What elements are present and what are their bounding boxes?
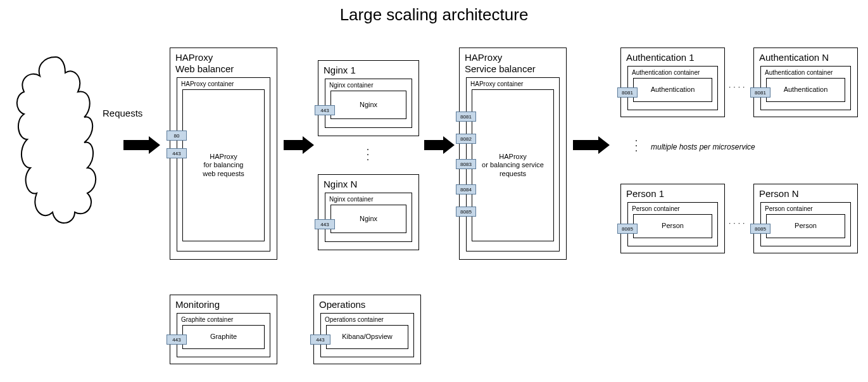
host-title-line: HAProxy: [175, 52, 213, 63]
port-badge: 443: [167, 148, 187, 158]
arrow-icon: [424, 136, 455, 154]
cloud-icon: [11, 51, 100, 241]
host-title: HAProxy Web balancer: [175, 52, 272, 75]
nginx-1-host: Nginx 1 Nginx container Nginx 443: [318, 60, 419, 136]
text: for balancing: [204, 161, 244, 169]
inner-service: HAProxy for balancing web requests: [182, 89, 265, 241]
container-box: HAProxy container HAProxy or balancing s…: [466, 77, 560, 251]
nginx-n-host: Nginx N Nginx container Nginx 443: [318, 174, 419, 250]
port-badge: 443: [310, 334, 330, 345]
host-title: Nginx 1: [324, 65, 413, 76]
container-label: Graphite container: [181, 316, 266, 323]
port-badge: 8085: [456, 207, 476, 217]
inner-service: HAProxy or balancing service requests: [472, 89, 554, 241]
monitoring-host: Monitoring Graphite container Graphite 4…: [170, 295, 277, 364]
inner-label: Authentication: [784, 86, 828, 94]
container-label: HAProxy container: [181, 80, 266, 87]
inner-label: HAProxy or balancing service requests: [482, 153, 544, 178]
container-label: Person container: [765, 205, 846, 212]
auth-n-host: Authentication N Authentication containe…: [753, 48, 858, 117]
note-text: multiple hosts per microservice: [651, 143, 755, 151]
inner-service: Person: [766, 214, 845, 238]
ellipsis-icon: ····: [729, 82, 747, 91]
container-box: Authentication container Authentication: [627, 66, 718, 110]
container-label: Authentication container: [765, 69, 846, 76]
port-badge: 8081: [750, 87, 771, 98]
container-label: Operations container: [325, 316, 410, 323]
arrow-icon: [284, 136, 314, 154]
haproxy-web-host: HAProxy Web balancer HAProxy container H…: [170, 48, 277, 260]
inner-label: Nginx: [360, 215, 377, 223]
port-badge: 8083: [456, 159, 476, 169]
container-box: Nginx container Nginx: [325, 79, 412, 128]
ellipsis-icon: ····: [729, 219, 747, 227]
port-badge: 8085: [617, 224, 638, 234]
inner-label: Graphite: [210, 333, 237, 341]
inner-service: Nginx: [330, 91, 406, 119]
inner-service: Kibana/Opsview: [326, 325, 408, 349]
text: HAProxy: [499, 153, 526, 160]
port-badge: 443: [315, 219, 335, 229]
inner-service: Graphite: [182, 325, 265, 349]
inner-label: Person: [795, 222, 817, 230]
operations-host: Operations Operations container Kibana/O…: [313, 295, 421, 364]
container-box: Operations container Kibana/Opsview: [320, 313, 414, 357]
text: HAProxy: [210, 153, 237, 160]
container-box: Nginx container Nginx: [325, 193, 412, 242]
container-label: Nginx container: [329, 82, 408, 89]
container-box: Person container Person: [627, 202, 718, 246]
port-badge: 8084: [456, 184, 476, 194]
arrow-icon: [573, 136, 610, 154]
container-label: Person container: [632, 205, 714, 212]
host-title: HAProxy Service balancer: [465, 52, 561, 75]
host-title-line: HAProxy: [465, 52, 502, 63]
host-title: Authentication 1: [626, 52, 719, 63]
inner-label: Kibana/Opsview: [342, 333, 393, 341]
container-label: HAProxy container: [470, 80, 555, 87]
port-badge: 8081: [456, 111, 476, 122]
inner-service: Person: [633, 214, 712, 238]
requests-label: Requests: [103, 108, 142, 118]
container-box: HAProxy container HAProxy for balancing …: [177, 77, 270, 251]
host-title-line: Web balancer: [175, 63, 234, 74]
host-title: Person N: [759, 188, 852, 200]
auth-1-host: Authentication 1 Authentication containe…: [620, 48, 725, 117]
inner-label: Authentication: [651, 86, 695, 94]
port-badge: 443: [315, 105, 335, 115]
container-box: Authentication container Authentication: [760, 66, 851, 110]
host-title: Authentication N: [759, 52, 852, 63]
inner-label: Person: [662, 222, 684, 230]
inner-label: HAProxy for balancing web requests: [203, 153, 244, 178]
text: web requests: [203, 170, 244, 177]
port-badge: 8082: [456, 134, 476, 144]
port-badge: 443: [167, 334, 187, 345]
host-title: Monitoring: [175, 299, 272, 310]
port-badge: 8085: [750, 224, 771, 234]
haproxy-service-host: HAProxy Service balancer HAProxy contain…: [459, 48, 567, 260]
port-badge: 8081: [617, 87, 638, 98]
host-title: Operations: [319, 299, 415, 310]
inner-service: Nginx: [330, 205, 406, 233]
host-title: Nginx N: [324, 179, 413, 190]
container-box: Graphite container Graphite: [177, 313, 270, 357]
text: requests: [500, 170, 526, 177]
host-title: Person 1: [626, 188, 719, 200]
person-n-host: Person N Person container Person 8085: [753, 184, 858, 253]
ellipsis-icon: ···: [633, 138, 639, 153]
container-box: Person container Person: [760, 202, 851, 246]
port-badge: 80: [167, 131, 187, 141]
inner-service: Authentication: [766, 78, 845, 102]
diagram-title: Large scaling architecture: [0, 5, 868, 25]
host-title-line: Service balancer: [465, 63, 536, 74]
container-label: Authentication container: [632, 69, 714, 76]
person-1-host: Person 1 Person container Person 8085: [620, 184, 725, 253]
inner-label: Nginx: [360, 101, 377, 109]
arrow-icon: [123, 136, 160, 154]
container-label: Nginx container: [329, 196, 408, 203]
text: or balancing service: [482, 161, 544, 169]
inner-service: Authentication: [633, 78, 712, 102]
ellipsis-icon: ···: [365, 147, 371, 162]
